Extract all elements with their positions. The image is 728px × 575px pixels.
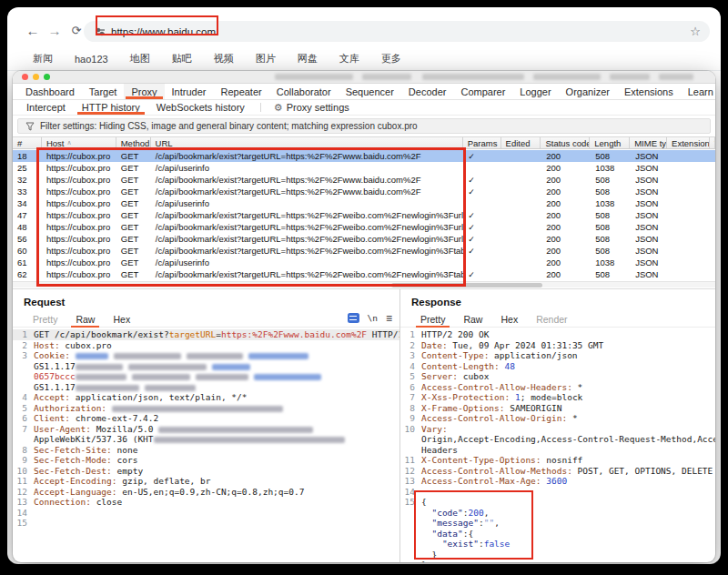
table-row[interactable]: 47https://cubox.proGET/c/api/bookmark/ex… — [13, 209, 715, 221]
bookmark-item[interactable]: 更多 — [381, 52, 401, 66]
column-header-extension[interactable]: Extension — [667, 137, 710, 148]
bookmarks-bar: 新闻hao123地图贴吧视频图片网盘文库更多 — [7, 47, 721, 71]
tab-organizer[interactable]: Organizer — [559, 84, 617, 99]
tab-sequencer[interactable]: Sequencer — [339, 84, 401, 99]
bookmark-star-icon[interactable]: ☆ — [690, 25, 701, 38]
burp-titlebar — [13, 71, 715, 84]
redacted-title-text — [659, 74, 693, 80]
line-number: 10 — [400, 424, 415, 435]
request-tab-raw[interactable]: Raw — [66, 311, 104, 327]
request-editor[interactable]: 1GET /c/api/bookmark/exist?targetURL=htt… — [13, 329, 399, 562]
bookmark-item[interactable]: 图片 — [256, 52, 276, 66]
redacted-title-text — [275, 74, 353, 80]
pretty-print-icon[interactable] — [348, 313, 359, 323]
column-header-url[interactable]: URL — [151, 137, 463, 148]
tab-decoder[interactable]: Decoder — [401, 84, 454, 99]
table-row[interactable]: 25https://cubox.proGET/c/api/userinfo200… — [13, 162, 715, 174]
bookmark-item[interactable]: hao123 — [75, 54, 108, 65]
editor-menu-icon[interactable]: ≡ — [386, 314, 392, 323]
browser-toolbar: ← → ⟳ https://www.baidu.com ☆ — [7, 15, 728, 47]
tab-target[interactable]: Target — [82, 84, 125, 99]
site-settings-icon[interactable] — [95, 26, 106, 37]
editor-line: 2Host: cubox.pro — [13, 340, 399, 351]
line-number — [13, 361, 27, 372]
tab-proxy[interactable]: Proxy — [124, 84, 164, 99]
response-editor[interactable]: 1HTTP/2 200 OK2Date: Tue, 09 Apr 2024 01… — [400, 329, 715, 562]
bookmark-item[interactable]: 贴吧 — [172, 52, 192, 66]
column-header-method[interactable]: Method — [116, 137, 151, 148]
subtab-divider — [260, 103, 261, 112]
filter-settings-bar[interactable]: Filter settings: Hiding CSS, image and g… — [17, 118, 711, 134]
response-tab-hex[interactable]: Hex — [491, 311, 527, 327]
editor-line: 15 — [13, 518, 399, 529]
table-row[interactable]: 56https://cubox.proGET/c/api/bookmark/ex… — [13, 233, 715, 245]
table-row[interactable]: 61https://cubox.proGET/c/api/userinfo200… — [13, 257, 715, 268]
table-row[interactable]: 18https://cubox.proGET/c/api/bookmark/ex… — [13, 150, 715, 162]
browser-window: ← → ⟳ https://www.baidu.com ☆ 新闻hao123地图… — [7, 7, 721, 564]
bookmark-item[interactable]: 新闻 — [33, 52, 53, 66]
forward-icon[interactable]: → — [44, 15, 66, 47]
url-bar[interactable]: https://www.baidu.com ☆ — [84, 21, 710, 42]
editor-line: 11X-Content-Type-Options: nosniff — [400, 455, 715, 466]
tab-extensions[interactable]: Extensions — [617, 84, 681, 99]
bookmark-item[interactable]: 网盘 — [298, 52, 318, 66]
table-row[interactable]: 60https://cubox.proGET/c/api/bookmark/ex… — [13, 245, 715, 257]
show-newlines-icon[interactable]: \n — [368, 313, 378, 323]
tab-repeater[interactable]: Repeater — [213, 84, 268, 99]
subtab-http-history[interactable]: HTTP history — [74, 100, 148, 115]
editor-line: 0657bccc — [13, 371, 399, 382]
line-number: 4 — [400, 361, 415, 372]
table-row[interactable]: 32https://cubox.proGET/c/api/bookmark/ex… — [13, 174, 715, 186]
response-tab-render[interactable]: Render — [527, 311, 576, 327]
response-tab-raw[interactable]: Raw — [454, 311, 491, 327]
editor-line: 4Content-Length: 48 — [400, 361, 715, 372]
url-text[interactable]: https://www.baidu.com — [111, 26, 216, 37]
request-tab-pretty[interactable]: Pretty — [24, 311, 66, 327]
line-number: 8 — [400, 403, 415, 414]
column-header-length[interactable]: Length — [590, 137, 630, 148]
bookmark-item[interactable]: 文库 — [339, 52, 359, 66]
editor-line: 6Access-Control-Allow-Headers: * — [400, 382, 715, 393]
scrollbar-thumb[interactable] — [391, 283, 542, 288]
response-tab-pretty[interactable]: Pretty — [411, 311, 454, 327]
bookmark-item[interactable]: 视频 — [214, 52, 234, 66]
column-header-edited[interactable]: Edited — [501, 137, 541, 148]
zoom-window-button[interactable] — [44, 74, 50, 80]
line-number: 2 — [400, 340, 415, 351]
subtab-intercept[interactable]: Intercept — [18, 100, 74, 115]
table-row[interactable]: 48https://cubox.proGET/c/api/bookmark/ex… — [13, 221, 715, 233]
line-number: 13 — [400, 476, 415, 487]
column-header-mime-type[interactable]: MIME type — [630, 137, 667, 148]
table-row[interactable]: 34https://cubox.proGET/c/api/userinfo200… — [13, 197, 715, 209]
column-header-status-code[interactable]: Status code — [541, 137, 590, 148]
table-row[interactable]: 33https://cubox.proGET/c/api/bookmark/ex… — [13, 186, 715, 197]
minimize-window-button[interactable] — [33, 74, 39, 80]
column-header-host[interactable]: Host∧ — [42, 137, 116, 148]
line-number — [400, 518, 415, 529]
burp-main-tabs: DashboardTargetProxyIntruderRepeaterColl… — [13, 84, 715, 100]
subtab-websockets-history[interactable]: WebSockets history — [148, 100, 253, 115]
tab-dashboard[interactable]: Dashboard — [18, 84, 82, 99]
editor-line: 6Client: chrome-ext-7.4.2 — [13, 413, 399, 424]
line-number: 5 — [13, 403, 27, 414]
close-window-button[interactable] — [22, 74, 28, 80]
request-tab-hex[interactable]: Hex — [104, 311, 139, 327]
tab-collaborator[interactable]: Collaborator — [269, 84, 339, 99]
tab-comparer[interactable]: Comparer — [453, 84, 512, 99]
back-icon[interactable]: ← — [22, 15, 44, 47]
filter-funnel-icon — [25, 122, 35, 131]
column-header-t[interactable]: T — [710, 137, 715, 148]
column-header-#[interactable]: # — [13, 137, 42, 148]
tab-learn[interactable]: Learn — [681, 84, 715, 99]
tab-logger[interactable]: Logger — [512, 84, 558, 99]
column-header-params[interactable]: Params — [463, 137, 501, 148]
line-number — [400, 508, 415, 519]
editor-line: 5Authorization: — [13, 403, 399, 414]
bookmark-item[interactable]: 地图 — [130, 52, 150, 66]
table-row[interactable]: 62https://cubox.proGET/c/api/bookmark/ex… — [13, 268, 715, 280]
editor-line: 1HTTP/2 200 OK — [400, 329, 715, 340]
tab-intruder[interactable]: Intruder — [165, 84, 214, 99]
proxy-settings-button[interactable]: ⚙Proxy settings — [268, 100, 355, 115]
line-number: 2 — [13, 340, 27, 351]
request-toolbar: \n ≡ — [348, 313, 392, 323]
